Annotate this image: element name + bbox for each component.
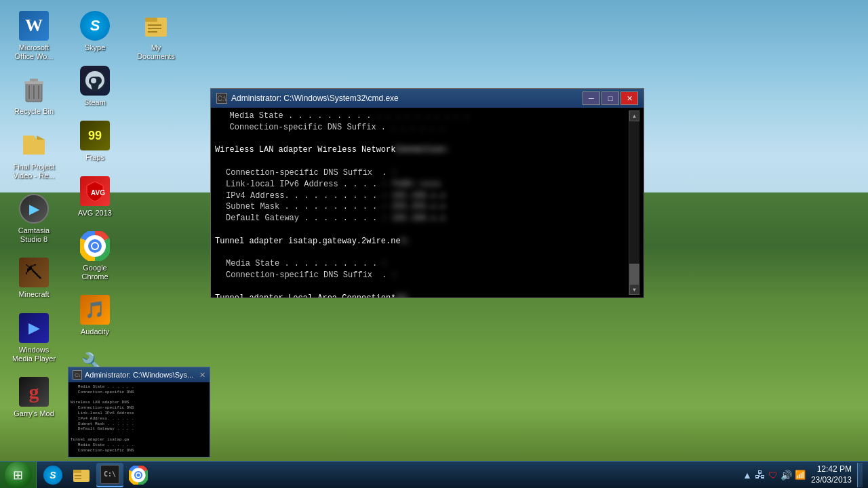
taskbar-cmd[interactable]: C:\ — [96, 463, 123, 487]
cmd-line: Connection-specific DNS Suffix . : — [215, 167, 629, 179]
icon-camtasia-label: Camtasia Studio 8 — [9, 226, 58, 244]
taskbar-preview[interactable]: C\ Administrator: C:\Windows\Sys... ✕ Me… — [68, 367, 210, 458]
start-orb: ⊞ — [5, 462, 32, 489]
preview-title: Administrator: C:\Windows\Sys... — [85, 371, 193, 379]
tray-network-icon[interactable]: 🖧 — [755, 469, 766, 481]
icon-windows-media-player-label: Windows Media Player — [9, 346, 58, 363]
taskbar-items: S C:\ — [37, 462, 737, 488]
icon-minecraft[interactable]: ⛏ Minecraft — [7, 253, 61, 302]
icon-skype[interactable]: S Skype — [68, 7, 122, 55]
windows-logo-icon: ⊞ — [13, 468, 23, 483]
icon-camtasia[interactable]: ▶ Camtasia Studio 8 — [7, 190, 61, 247]
svg-rect-20 — [73, 470, 81, 473]
preview-titlebar: C\ Administrator: C:\Windows\Sys... ✕ — [68, 367, 210, 382]
cmd-line: Media State . . . . . . . . . . . . . . … — [215, 110, 629, 122]
cmd-line: Tunnel adapter isatap.gateway.2wire.net: — [215, 236, 629, 247]
icon-my-documents-label: My Documents — [132, 43, 180, 61]
tray-wifi-icon[interactable]: 📶 — [795, 470, 806, 480]
preview-content: Media State . . . . . . Connection-speci… — [68, 382, 210, 457]
cmd-line — [215, 134, 629, 145]
show-desktop-button[interactable] — [857, 463, 863, 487]
svg-rect-21 — [75, 475, 81, 476]
svg-point-13 — [92, 243, 98, 249]
preview-close-button[interactable]: ✕ — [199, 371, 205, 380]
cmd-line: Link-local IPv6 Address . . . . : fe80::… — [215, 179, 629, 190]
tray-security-icon[interactable]: 🛡 — [768, 470, 778, 481]
cmd-content[interactable]: Media State . . . . . . . . . . . . . . … — [211, 108, 644, 298]
icon-microsoft-office[interactable]: W Microsoft Office Wo... — [7, 7, 61, 64]
cmd-line: Tunnel adapter Local Area Connection*12: — [215, 293, 629, 298]
cmd-window-controls: ─ □ ✕ — [583, 92, 638, 105]
tray-show-hidden-button[interactable]: ▲ — [743, 470, 752, 481]
icon-final-project[interactable]: Final Project Video - Re... — [7, 126, 61, 183]
svg-rect-15 — [145, 18, 157, 22]
clock-time: 12:42 PM — [811, 464, 852, 475]
cmd-line — [215, 281, 629, 293]
icon-google-chrome-label: Google Chrome — [71, 264, 119, 281]
cmd-close-button[interactable]: ✕ — [620, 92, 638, 105]
svg-rect-18 — [148, 31, 157, 33]
icon-recycle-bin[interactable]: Recycle Bin — [7, 70, 61, 119]
cmd-titlebar: C:\ Administrator: C:\Windows\System32\c… — [211, 89, 644, 108]
scroll-down-button[interactable]: ▼ — [629, 284, 639, 295]
cmd-line: Connection-specific DNS Suffix . : — [215, 270, 629, 281]
scroll-up-button[interactable]: ▲ — [629, 110, 639, 121]
desktop: W Microsoft Office Wo... Recycle Bin — [0, 0, 868, 488]
taskbar: ⊞ S — [0, 461, 868, 488]
start-button[interactable]: ⊞ — [0, 462, 37, 489]
cmd-line — [215, 247, 629, 259]
icon-garrys-mod[interactable]: g Garry's Mod — [7, 373, 61, 421]
icon-final-project-label: Final Project Video - Re... — [9, 163, 58, 180]
system-tray: ▲ 🖧 🛡 🔊 📶 — [743, 469, 806, 481]
taskbar-explorer[interactable] — [68, 463, 95, 487]
cmd-window-icon: C:\ — [216, 93, 227, 104]
svg-point-7 — [91, 78, 96, 83]
icon-my-documents[interactable]: My Documents — [129, 7, 183, 64]
svg-text:AVG: AVG — [91, 189, 105, 197]
icon-skype-label: Skype — [85, 43, 106, 52]
cmd-text-area: Media State . . . . . . . . . . . . . . … — [215, 110, 629, 295]
icon-minecraft-label: Minecraft — [18, 290, 49, 299]
preview-mini-text: Media State . . . . . . Connection-speci… — [68, 382, 210, 457]
cmd-line: Default Gateway . . . . . . . . : 192.16… — [215, 213, 629, 224]
svg-rect-1 — [24, 81, 43, 84]
icon-steam-label: Steam — [84, 98, 106, 107]
tray-speaker-icon[interactable]: 🔊 — [781, 470, 792, 481]
cmd-line — [215, 156, 629, 167]
cmd-line: Wireless LAN adapter Wireless NetworkCon… — [215, 144, 629, 156]
icon-steam[interactable]: Steam — [68, 62, 122, 110]
cmd-line: Media State . . . . . . . . . . : — [215, 258, 629, 270]
icon-google-chrome[interactable]: Google Chrome — [68, 227, 122, 284]
clock[interactable]: 12:42 PM 23/03/2013 — [811, 464, 852, 485]
icon-audacity[interactable]: 🎵 Audacity — [68, 291, 122, 339]
cmd-line — [215, 224, 629, 236]
cmd-line: IPv4 Address. . . . . . . . . . : 192.16… — [215, 190, 629, 202]
cmd-titlebar-left: C:\ Administrator: C:\Windows\System32\c… — [216, 93, 399, 104]
taskbar-chrome[interactable] — [125, 463, 152, 487]
taskbar-skype[interactable]: S — [39, 463, 66, 487]
cmd-line: Subnet Mask . . . . . . . . . . : 255.25… — [215, 201, 629, 213]
cmd-window[interactable]: C:\ Administrator: C:\Windows\System32\c… — [210, 88, 644, 298]
icon-avg[interactable]: AVG AVG 2013 — [68, 172, 122, 220]
svg-rect-17 — [148, 28, 161, 29]
cmd-title: Administrator: C:\Windows\System32\cmd.e… — [231, 94, 399, 103]
icon-avg-label: AVG 2013 — [78, 209, 112, 218]
icon-windows-media-player[interactable]: ▶ Windows Media Player — [7, 309, 61, 366]
cmd-maximize-button[interactable]: □ — [601, 92, 619, 105]
icon-fraps-label: Fraps — [85, 153, 104, 162]
scroll-track — [629, 121, 639, 284]
icon-recycle-bin-label: Recycle Bin — [14, 107, 54, 116]
icon-microsoft-office-label: Microsoft Office Wo... — [9, 43, 58, 61]
svg-point-26 — [137, 473, 140, 476]
icon-audacity-label: Audacity — [81, 327, 109, 336]
svg-rect-16 — [148, 24, 161, 26]
svg-rect-2 — [30, 79, 38, 81]
cmd-line: Connection-specific DNS Suffix . . . . .… — [215, 122, 629, 134]
scroll-thumb[interactable] — [629, 264, 639, 284]
clock-date: 23/03/2013 — [811, 475, 852, 486]
icon-fraps[interactable]: 99 Fraps — [68, 117, 122, 165]
cmd-minimize-button[interactable]: ─ — [583, 92, 600, 105]
taskbar-right: ▲ 🖧 🛡 🔊 📶 12:42 PM 23/03/2013 — [737, 463, 868, 487]
cmd-scrollbar[interactable]: ▲ ▼ — [629, 110, 639, 295]
icon-garrys-mod-label: Garry's Mod — [14, 409, 54, 418]
